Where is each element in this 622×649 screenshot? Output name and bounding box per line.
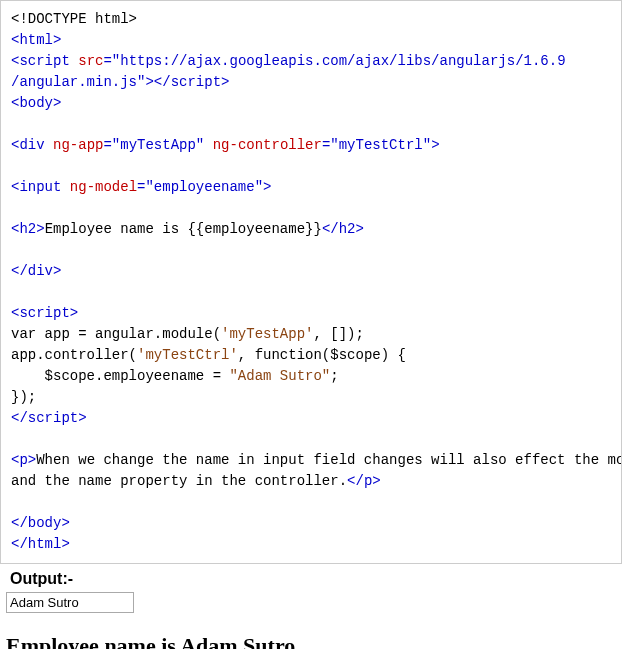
output-label: Output:- [0, 564, 622, 590]
code-tag: </body> [11, 515, 70, 531]
code-tag: ></script> [145, 74, 229, 90]
output-heading: Employee name is Adam Sutro [6, 633, 622, 649]
code-tag: <body> [11, 95, 61, 111]
code-text: , function($scope) { [238, 347, 406, 363]
code-string: "https://ajax.googleapis.com/ajax/libs/a… [112, 53, 566, 69]
code-text: }); [11, 389, 36, 405]
code-text: Employee name is {{employeename}} [45, 221, 322, 237]
output-input-row [6, 592, 622, 613]
code-text: $scope.employeename = [11, 368, 229, 384]
code-tag: </html> [11, 536, 70, 552]
code-attr: src [78, 53, 103, 69]
code-tag: </h2> [322, 221, 364, 237]
code-text: <!DOCTYPE html> [11, 11, 137, 27]
code-string: "Adam Sutro" [229, 368, 330, 384]
code-text: = [103, 137, 111, 153]
code-tag: <div [11, 137, 45, 153]
code-string: /angular.min.js" [11, 74, 145, 90]
code-tag: <script [11, 53, 70, 69]
code-string: "employeename" [145, 179, 263, 195]
code-tag: <h2> [11, 221, 45, 237]
code-text: ; [330, 368, 338, 384]
code-string: "myTestCtrl" [330, 137, 431, 153]
code-attr: ng-controller [213, 137, 322, 153]
code-tag: </div> [11, 263, 61, 279]
code-snippet-box: <!DOCTYPE html> <html> <script src="http… [0, 0, 622, 564]
code-text: app.controller( [11, 347, 137, 363]
code-text: and the name property in the controller. [11, 473, 347, 489]
code-text: When we change the name in input field c… [36, 452, 622, 468]
code-tag: <input [11, 179, 61, 195]
code-text: = [103, 53, 111, 69]
code-text: , []); [313, 326, 363, 342]
code-attr: ng-model [70, 179, 137, 195]
code-string: "myTestApp" [112, 137, 204, 153]
code-attr: ng-app [53, 137, 103, 153]
code-tag: <p> [11, 452, 36, 468]
code-tag: > [431, 137, 439, 153]
code-text: var app = angular.module( [11, 326, 221, 342]
code-string: 'myTestCtrl' [137, 347, 238, 363]
code-string: 'myTestApp' [221, 326, 313, 342]
code-tag: </p> [347, 473, 381, 489]
code-tag: <html> [11, 32, 61, 48]
code-tag: </script> [11, 410, 87, 426]
code-tag: > [263, 179, 271, 195]
employee-name-input[interactable] [6, 592, 134, 613]
code-tag: <script> [11, 305, 78, 321]
